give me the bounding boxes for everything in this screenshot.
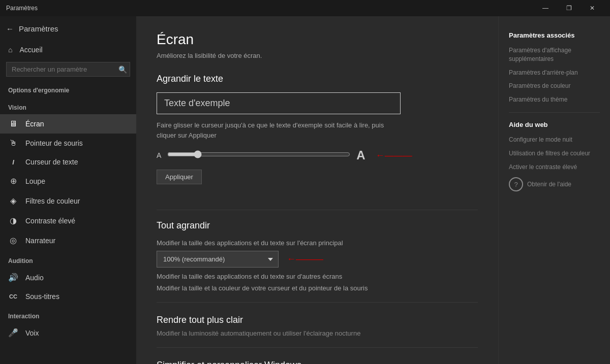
contraste-label: Contraste élevé (25, 217, 75, 225)
section-divider-3 (157, 347, 478, 348)
ecran-icon: 🖥 (8, 119, 18, 128)
minimize-button[interactable]: — (534, 0, 557, 16)
section-label-ergonomie: Options d'ergonomie (0, 80, 136, 97)
cursor-link[interactable]: Modifier la taille et la couleur de votr… (157, 284, 478, 292)
audio-icon: 🔊 (8, 273, 18, 282)
sidebar-item-narrateur[interactable]: ◎ Narrateur (0, 230, 136, 250)
couleur-icon: ◈ (8, 196, 18, 206)
voix-label: Voix (25, 329, 39, 337)
sidebar-item-voix[interactable]: 🎤 Voix (0, 323, 136, 343)
section-divider-1 (157, 210, 478, 210)
slider-arrow-indicator: ←——— (376, 150, 412, 161)
section-divider-2 (157, 302, 478, 303)
related-link-4[interactable]: Paramètres du thème (509, 95, 600, 104)
slider-label-small: A (157, 151, 161, 159)
slider-description: Faire glisser le curseur jusqu'à ce que … (157, 120, 401, 140)
back-button[interactable]: ← Paramètres (0, 16, 136, 41)
sidebar-item-couleur[interactable]: ◈ Filtres de couleur (0, 191, 136, 211)
section-label-interaction: Interaction (0, 306, 136, 323)
search-container: 🔍 (6, 62, 130, 77)
dropdown-arrow-indicator: ←——— (287, 254, 323, 264)
text-size-slider[interactable] (167, 150, 350, 158)
maximize-button[interactable]: ❐ (557, 0, 581, 16)
pointeur-label: Pointeur de souris (25, 139, 83, 147)
section-title-simplify: Simplifier et personnaliser Windows (157, 360, 478, 364)
soustitres-icon: CC (8, 293, 18, 300)
section-label-audition: Audition (0, 250, 136, 268)
voix-icon: 🎤 (8, 328, 18, 338)
section-title-clarity: Rendre tout plus clair (157, 315, 478, 325)
loupe-label: Loupe (25, 177, 45, 185)
page-subtitle: Améliorez la lisibilité de votre écran. (157, 52, 478, 59)
slider-row: A A ←——— (157, 148, 478, 162)
pointeur-icon: 🖱 (8, 139, 18, 148)
titlebar: Paramètres — ❐ ✕ (0, 0, 610, 16)
page-title: Écran (157, 31, 478, 48)
loupe-icon: ⊕ (8, 176, 18, 186)
audio-label: Audio (25, 274, 44, 282)
titlebar-title: Paramètres (6, 5, 534, 12)
search-input[interactable] (6, 62, 130, 77)
related-settings-title: Paramètres associés (509, 31, 600, 39)
back-arrow-icon: ← (6, 24, 14, 33)
main-content: Écran Améliorez la lisibilité de votre é… (136, 16, 498, 364)
related-link-1[interactable]: Paramètres d'affichagesupplémentaires (509, 46, 600, 63)
help-icon: ? (509, 177, 523, 191)
curseur-label: Curseur de texte (25, 158, 78, 166)
narrateur-label: Narrateur (25, 237, 55, 245)
panel-divider (509, 112, 600, 113)
back-label: Paramètres (19, 24, 58, 33)
narrateur-icon: ◎ (8, 236, 18, 245)
section-title-agrandir: Agrandir le texte (157, 74, 478, 84)
dropdown-row: 100% (recommandé) 125% 150% 175% ←——— (157, 251, 478, 268)
get-help-row: ? Obtenir de l'aide (509, 177, 600, 191)
related-link-2[interactable]: Paramètres d'arrière-plan (509, 69, 600, 77)
sidebar-item-audio[interactable]: 🔊 Audio (0, 268, 136, 287)
soustitres-label: Sous-titres (25, 292, 59, 301)
slider-track (167, 150, 350, 160)
dropdown-label: Modifier la taille des applications et d… (157, 239, 478, 247)
contraste-icon: ◑ (8, 216, 18, 225)
web-help-title: Aide du web (509, 121, 600, 128)
home-icon: ⌂ (8, 46, 12, 54)
right-panel: Paramètres associés Paramètres d'afficha… (498, 16, 610, 364)
sidebar-item-curseur[interactable]: I Curseur de texte (0, 153, 136, 171)
section-desc-clarity: Modifier la luminosité automatiquement o… (157, 329, 478, 337)
sidebar-item-ecran[interactable]: 🖥 Écran (0, 114, 136, 134)
text-example-input[interactable] (157, 92, 401, 114)
web-link-3[interactable]: Activer le contraste élevé (509, 163, 600, 172)
curseur-icon: I (8, 158, 18, 166)
web-link-1[interactable]: Configurer le mode nuit (509, 136, 600, 144)
search-icon-button[interactable]: 🔍 (118, 65, 127, 74)
slider-label-large: A (356, 148, 365, 162)
scale-dropdown[interactable]: 100% (recommandé) 125% 150% 175% (157, 251, 279, 268)
other-screens-link[interactable]: Modifier la taille des applications et d… (157, 273, 478, 280)
home-label: Accueil (19, 46, 42, 54)
sidebar: ← Paramètres ⌂ Accueil 🔍 Options d'ergon… (0, 16, 136, 364)
section-label-vision: Vision (0, 97, 136, 114)
sidebar-item-soustitres[interactable]: CC Sous-titres (0, 287, 136, 306)
get-help-link[interactable]: Obtenir de l'aide (527, 181, 571, 188)
titlebar-controls: — ❐ ✕ (534, 0, 604, 16)
ecran-label: Écran (25, 120, 44, 128)
sidebar-item-pointeur[interactable]: 🖱 Pointeur de souris (0, 134, 136, 153)
close-button[interactable]: ✕ (581, 0, 604, 16)
apply-button[interactable]: Appliquer (157, 170, 202, 184)
app-container: ← Paramètres ⌂ Accueil 🔍 Options d'ergon… (0, 16, 610, 364)
sidebar-item-loupe[interactable]: ⊕ Loupe (0, 171, 136, 191)
sidebar-item-home[interactable]: ⌂ Accueil (0, 41, 136, 59)
related-link-3[interactable]: Paramètres de couleur (509, 82, 600, 90)
sidebar-item-contraste[interactable]: ◑ Contraste élevé (0, 211, 136, 230)
web-link-2[interactable]: Utilisation de filtres de couleur (509, 149, 600, 158)
couleur-label: Filtres de couleur (25, 197, 80, 205)
section-title-tout-agrandir: Tout agrandir (157, 220, 478, 231)
